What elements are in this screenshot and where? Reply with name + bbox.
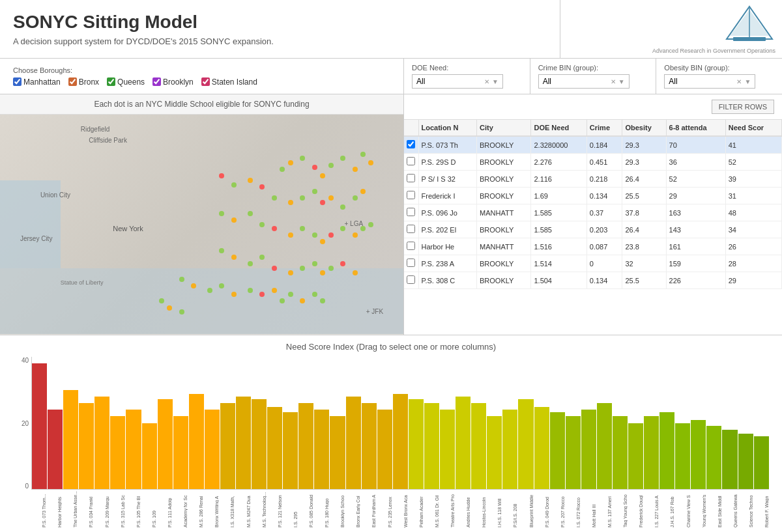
row-checkbox[interactable]: [407, 275, 415, 284]
row-checkbox-cell[interactable]: [404, 272, 418, 289]
row-checkbox[interactable]: [407, 174, 415, 182]
bar-group[interactable]: [94, 357, 109, 489]
row-checkbox-cell[interactable]: [404, 221, 418, 238]
chevron-down-icon[interactable]: ▼: [744, 78, 751, 85]
bar-group[interactable]: [220, 357, 235, 489]
clear-icon[interactable]: ✕: [736, 78, 742, 85]
bar-group[interactable]: [597, 357, 612, 489]
bar-group[interactable]: [126, 357, 141, 489]
bar-group[interactable]: [487, 357, 502, 489]
bar-group[interactable]: [613, 357, 628, 489]
bar-group[interactable]: [79, 357, 94, 489]
crime-filter-select[interactable]: All ✕ ▼: [538, 74, 630, 89]
bar-group[interactable]: [142, 357, 157, 489]
row-checkbox[interactable]: [407, 225, 415, 233]
bar-group[interactable]: [550, 357, 565, 489]
bar-group[interactable]: [173, 357, 188, 489]
bar-group[interactable]: [110, 357, 125, 489]
bar-group[interactable]: [471, 357, 486, 489]
borough-staten[interactable]: Staten Island: [201, 77, 257, 87]
table-row[interactable]: P S/ I S 32 BROOKLY 2.116 0.218 26.4 52 …: [404, 171, 782, 188]
table-row[interactable]: P.S. 308 C BROOKLY 1.504 0.134 25.5 226 …: [404, 272, 782, 289]
bar-group[interactable]: [346, 357, 361, 489]
doe-filter-select[interactable]: All ✕ ▼: [412, 74, 503, 89]
row-checkbox[interactable]: [407, 242, 415, 250]
row-checkbox-cell[interactable]: [404, 188, 418, 204]
table-row[interactable]: P.S. 238 A BROOKLY 1.514 0 32 159 28: [404, 255, 782, 272]
bar-group[interactable]: [267, 357, 282, 489]
bar-group[interactable]: [48, 357, 63, 489]
bar-group[interactable]: [377, 357, 392, 489]
table-row[interactable]: Frederick I BROOKLY 1.69 0.134 25.5 29 3…: [404, 188, 782, 204]
bar-group[interactable]: [738, 357, 753, 489]
row-checkbox-cell[interactable]: [404, 171, 418, 188]
chart-area[interactable]: 40 20 0 P.S. 073 Thom...Harbor HeightsTh…: [13, 357, 769, 529]
bar-group[interactable]: [314, 357, 329, 489]
x-label-text: Harbor Heights: [57, 490, 62, 527]
table-row[interactable]: P.S. 096 Jo MANHATT 1.585 0.37 37.8 163 …: [404, 204, 782, 221]
table-wrapper[interactable]: Location N City DOE Need Crime Obesity 6…: [404, 120, 782, 335]
bar-group[interactable]: [362, 357, 377, 489]
bar-group[interactable]: [409, 357, 424, 489]
bar-group[interactable]: [706, 357, 721, 489]
bar-group[interactable]: [675, 357, 690, 489]
bronx-checkbox[interactable]: [68, 77, 77, 86]
row-checkbox[interactable]: [407, 157, 415, 165]
row-checkbox[interactable]: [407, 259, 415, 267]
bar-group[interactable]: [628, 357, 643, 489]
map-canvas[interactable]: Ridgefield Cliffside Park Union City Jer…: [0, 115, 403, 334]
bar-group[interactable]: [581, 357, 596, 489]
row-checkbox-cell[interactable]: [404, 204, 418, 221]
bar-group[interactable]: [722, 357, 737, 489]
bar-group[interactable]: [518, 357, 533, 489]
staten-checkbox[interactable]: [201, 77, 210, 86]
bar-group[interactable]: [283, 357, 298, 489]
bar-group[interactable]: [691, 357, 706, 489]
bar-group[interactable]: [534, 357, 549, 489]
bar-group[interactable]: [424, 357, 439, 489]
bars-container[interactable]: [31, 357, 769, 490]
bar-group[interactable]: [659, 357, 674, 489]
table-row[interactable]: P.S. 29S D BROOKLY 2.276 0.451 29.3 36 5…: [404, 154, 782, 171]
bar-group[interactable]: [63, 357, 78, 489]
borough-manhattan[interactable]: Manhattan: [13, 77, 61, 87]
queens-checkbox[interactable]: [107, 77, 115, 86]
map-dot: [219, 248, 224, 253]
bar-group[interactable]: [189, 357, 204, 489]
bar-group[interactable]: [158, 357, 173, 489]
bar-group[interactable]: [644, 357, 659, 489]
chevron-down-icon[interactable]: ▼: [618, 78, 625, 85]
bar-group[interactable]: [754, 357, 769, 489]
table-row[interactable]: P.S. 202 El BROOKLY 1.585 0.203 26.4 143…: [404, 221, 782, 238]
manhattan-checkbox[interactable]: [13, 77, 22, 86]
bar-group[interactable]: [298, 357, 313, 489]
bar-group[interactable]: [502, 357, 517, 489]
bar-group[interactable]: [252, 357, 267, 489]
row-checkbox-cell[interactable]: [404, 255, 418, 272]
bar-group[interactable]: [32, 357, 47, 489]
bar-group[interactable]: [393, 357, 408, 489]
table-row[interactable]: Harbor He MANHATT 1.516 0.087 23.8 161 2…: [404, 238, 782, 255]
bar-group[interactable]: [236, 357, 251, 489]
filter-rows-button[interactable]: FILTER ROWS: [712, 100, 774, 114]
bar-group[interactable]: [440, 357, 455, 489]
brooklyn-checkbox[interactable]: [152, 77, 161, 86]
row-checkbox-cell[interactable]: [404, 136, 418, 154]
bar-group[interactable]: [456, 357, 471, 489]
clear-icon[interactable]: ✕: [611, 78, 616, 85]
row-checkbox-cell[interactable]: [404, 154, 418, 171]
borough-bronx[interactable]: Bronx: [68, 77, 99, 87]
chevron-down-icon[interactable]: ▼: [492, 78, 499, 85]
table-row[interactable]: P.S. 073 Th BROOKLY 2.3280000 0.184 29.3…: [404, 136, 782, 154]
row-checkbox[interactable]: [407, 191, 415, 199]
bar-group[interactable]: [330, 357, 345, 489]
clear-icon[interactable]: ✕: [484, 78, 489, 85]
obesity-filter-select[interactable]: All ✕ ▼: [664, 74, 755, 89]
bar-group[interactable]: [205, 357, 220, 489]
row-checkbox[interactable]: [407, 140, 415, 148]
row-checkbox[interactable]: [407, 208, 415, 216]
bar-group[interactable]: [566, 357, 581, 489]
borough-brooklyn[interactable]: Brooklyn: [152, 77, 194, 87]
borough-queens[interactable]: Queens: [107, 77, 145, 87]
row-checkbox-cell[interactable]: [404, 238, 418, 255]
